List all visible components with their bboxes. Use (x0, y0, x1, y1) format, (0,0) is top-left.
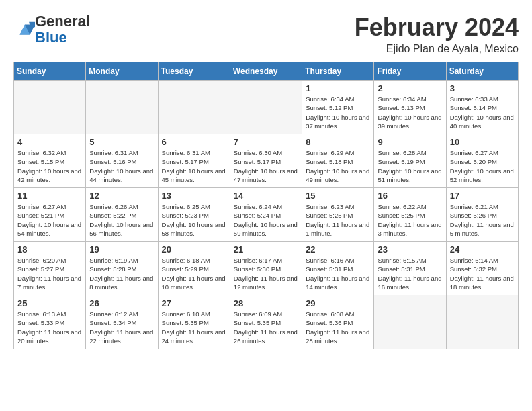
calendar-cell (158, 81, 230, 134)
calendar-cell: 5Sunrise: 6:31 AM Sunset: 5:16 PM Daylig… (86, 134, 158, 188)
day-number: 4 (17, 137, 82, 147)
calendar-cell: 6Sunrise: 6:31 AM Sunset: 5:17 PM Daylig… (158, 134, 230, 188)
day-number: 22 (306, 244, 370, 255)
logo-icon (15, 18, 35, 38)
day-number: 19 (89, 244, 154, 255)
day-info: Sunrise: 6:12 AM Sunset: 5:34 PM Dayligh… (89, 310, 154, 345)
day-info: Sunrise: 6:34 AM Sunset: 5:12 PM Dayligh… (306, 95, 370, 130)
calendar-cell: 18Sunrise: 6:20 AM Sunset: 5:27 PM Dayli… (14, 242, 86, 295)
calendar-table: SundayMondayTuesdayWednesdayThursdayFrid… (13, 62, 519, 349)
day-number: 8 (306, 137, 370, 147)
logo-blue-text: Blue (35, 29, 67, 46)
calendar-week-row: 1Sunrise: 6:34 AM Sunset: 5:12 PM Daylig… (14, 81, 519, 134)
day-number: 26 (89, 298, 154, 308)
col-header-wednesday: Wednesday (230, 62, 302, 81)
calendar-cell: 26Sunrise: 6:12 AM Sunset: 5:34 PM Dayli… (86, 295, 158, 349)
day-number: 10 (450, 137, 515, 147)
month-title: February 2024 (355, 13, 519, 42)
col-header-monday: Monday (86, 62, 158, 81)
day-info: Sunrise: 6:09 AM Sunset: 5:35 PM Dayligh… (234, 310, 298, 345)
calendar-cell: 11Sunrise: 6:27 AM Sunset: 5:21 PM Dayli… (14, 188, 86, 242)
day-info: Sunrise: 6:13 AM Sunset: 5:33 PM Dayligh… (17, 310, 82, 345)
day-info: Sunrise: 6:21 AM Sunset: 5:26 PM Dayligh… (450, 202, 515, 238)
day-info: Sunrise: 6:24 AM Sunset: 5:24 PM Dayligh… (234, 202, 298, 238)
day-info: Sunrise: 6:15 AM Sunset: 5:31 PM Dayligh… (378, 256, 442, 291)
day-number: 20 (162, 244, 226, 255)
day-number: 9 (378, 137, 442, 147)
calendar-cell: 22Sunrise: 6:16 AM Sunset: 5:31 PM Dayli… (302, 242, 374, 295)
day-number: 14 (234, 191, 298, 201)
page-header: General Blue February 2024 Ejido Plan de… (13, 13, 519, 55)
calendar-cell: 25Sunrise: 6:13 AM Sunset: 5:33 PM Dayli… (14, 295, 86, 349)
calendar-cell (14, 81, 86, 134)
calendar-cell (230, 81, 302, 134)
calendar-cell (374, 295, 446, 349)
calendar-cell: 4Sunrise: 6:32 AM Sunset: 5:15 PM Daylig… (14, 134, 86, 188)
calendar-cell: 10Sunrise: 6:27 AM Sunset: 5:20 PM Dayli… (446, 134, 518, 188)
day-info: Sunrise: 6:10 AM Sunset: 5:35 PM Dayligh… (162, 310, 226, 345)
calendar-cell: 24Sunrise: 6:14 AM Sunset: 5:32 PM Dayli… (446, 242, 518, 295)
calendar-cell: 27Sunrise: 6:10 AM Sunset: 5:35 PM Dayli… (158, 295, 230, 349)
day-number: 27 (162, 298, 226, 308)
col-header-sunday: Sunday (14, 62, 86, 81)
day-number: 12 (89, 191, 154, 201)
day-info: Sunrise: 6:22 AM Sunset: 5:25 PM Dayligh… (378, 202, 442, 238)
calendar-cell (446, 295, 518, 349)
calendar-cell: 13Sunrise: 6:25 AM Sunset: 5:23 PM Dayli… (158, 188, 230, 242)
col-header-thursday: Thursday (302, 62, 374, 81)
day-info: Sunrise: 6:27 AM Sunset: 5:20 PM Dayligh… (450, 148, 515, 184)
day-info: Sunrise: 6:17 AM Sunset: 5:30 PM Dayligh… (234, 256, 298, 291)
calendar-cell: 8Sunrise: 6:29 AM Sunset: 5:18 PM Daylig… (302, 134, 374, 188)
day-number: 18 (17, 244, 82, 255)
day-number: 24 (450, 244, 515, 255)
location-title: Ejido Plan de Ayala, Mexico (355, 43, 519, 55)
day-info: Sunrise: 6:31 AM Sunset: 5:17 PM Dayligh… (162, 148, 226, 184)
calendar-cell: 2Sunrise: 6:34 AM Sunset: 5:13 PM Daylig… (374, 81, 446, 134)
calendar-cell: 12Sunrise: 6:26 AM Sunset: 5:22 PM Dayli… (86, 188, 158, 242)
day-number: 16 (378, 191, 442, 201)
title-block: February 2024 Ejido Plan de Ayala, Mexic… (355, 13, 519, 55)
day-info: Sunrise: 6:27 AM Sunset: 5:21 PM Dayligh… (17, 202, 82, 238)
day-info: Sunrise: 6:25 AM Sunset: 5:23 PM Dayligh… (162, 202, 226, 238)
col-header-tuesday: Tuesday (158, 62, 230, 81)
day-number: 3 (450, 83, 515, 93)
calendar-week-row: 25Sunrise: 6:13 AM Sunset: 5:33 PM Dayli… (14, 295, 519, 349)
day-number: 29 (306, 298, 370, 308)
calendar-cell: 20Sunrise: 6:18 AM Sunset: 5:29 PM Dayli… (158, 242, 230, 295)
day-info: Sunrise: 6:29 AM Sunset: 5:18 PM Dayligh… (306, 148, 370, 184)
calendar-week-row: 18Sunrise: 6:20 AM Sunset: 5:27 PM Dayli… (14, 242, 519, 295)
calendar-cell: 3Sunrise: 6:33 AM Sunset: 5:14 PM Daylig… (446, 81, 518, 134)
day-number: 2 (378, 83, 442, 93)
day-info: Sunrise: 6:28 AM Sunset: 5:19 PM Dayligh… (378, 148, 442, 184)
calendar-cell: 19Sunrise: 6:19 AM Sunset: 5:28 PM Dayli… (86, 242, 158, 295)
calendar-cell: 9Sunrise: 6:28 AM Sunset: 5:19 PM Daylig… (374, 134, 446, 188)
day-number: 11 (17, 191, 82, 201)
day-info: Sunrise: 6:19 AM Sunset: 5:28 PM Dayligh… (89, 256, 154, 291)
day-info: Sunrise: 6:18 AM Sunset: 5:29 PM Dayligh… (162, 256, 226, 291)
day-number: 1 (306, 83, 370, 93)
day-number: 13 (162, 191, 226, 201)
day-info: Sunrise: 6:08 AM Sunset: 5:36 PM Dayligh… (306, 310, 370, 345)
day-number: 25 (17, 298, 82, 308)
calendar-cell: 1Sunrise: 6:34 AM Sunset: 5:12 PM Daylig… (302, 81, 374, 134)
calendar-cell: 14Sunrise: 6:24 AM Sunset: 5:24 PM Dayli… (230, 188, 302, 242)
calendar-header-row: SundayMondayTuesdayWednesdayThursdayFrid… (14, 62, 519, 81)
day-info: Sunrise: 6:33 AM Sunset: 5:14 PM Dayligh… (450, 95, 515, 130)
col-header-saturday: Saturday (446, 62, 518, 81)
calendar-cell: 15Sunrise: 6:23 AM Sunset: 5:25 PM Dayli… (302, 188, 374, 242)
day-number: 21 (234, 244, 298, 255)
calendar-cell: 23Sunrise: 6:15 AM Sunset: 5:31 PM Dayli… (374, 242, 446, 295)
calendar-cell: 16Sunrise: 6:22 AM Sunset: 5:25 PM Dayli… (374, 188, 446, 242)
day-number: 5 (89, 137, 154, 147)
day-number: 17 (450, 191, 515, 201)
day-info: Sunrise: 6:16 AM Sunset: 5:31 PM Dayligh… (306, 256, 370, 291)
day-number: 15 (306, 191, 370, 201)
day-number: 7 (234, 137, 298, 147)
calendar-cell: 28Sunrise: 6:09 AM Sunset: 5:35 PM Dayli… (230, 295, 302, 349)
col-header-friday: Friday (374, 62, 446, 81)
day-info: Sunrise: 6:32 AM Sunset: 5:15 PM Dayligh… (17, 148, 82, 184)
logo-general-text: General (35, 13, 90, 30)
day-info: Sunrise: 6:30 AM Sunset: 5:17 PM Dayligh… (234, 148, 298, 184)
calendar-cell: 17Sunrise: 6:21 AM Sunset: 5:26 PM Dayli… (446, 188, 518, 242)
calendar-cell: 21Sunrise: 6:17 AM Sunset: 5:30 PM Dayli… (230, 242, 302, 295)
